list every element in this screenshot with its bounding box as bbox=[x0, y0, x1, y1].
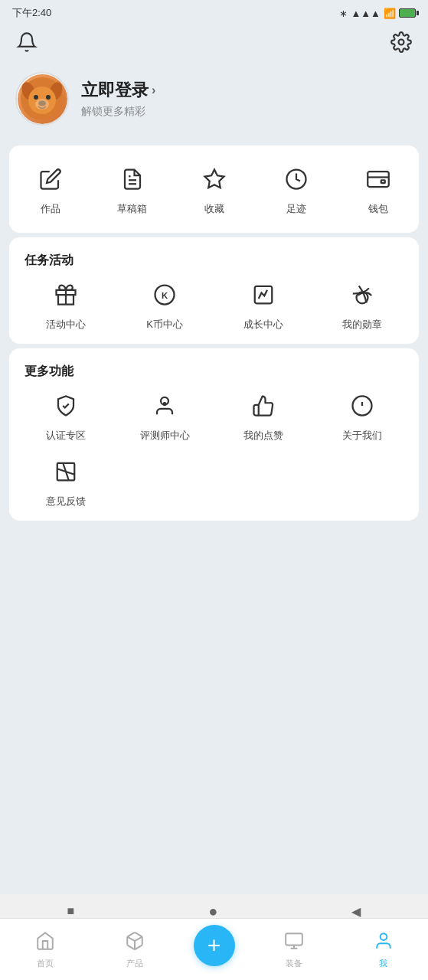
about-us-label: 关于我们 bbox=[342, 429, 382, 443]
avatar-image bbox=[18, 74, 67, 124]
signal-icon: ▲▲▲ bbox=[351, 8, 381, 19]
tasks-title: 任务活动 bbox=[9, 250, 419, 278]
collect-label: 收藏 bbox=[204, 202, 224, 216]
verify-zone-item[interactable]: 认证专区 bbox=[17, 389, 116, 443]
footprint-item[interactable]: 足迹 bbox=[266, 162, 327, 216]
plus-icon: + bbox=[207, 934, 221, 957]
svg-rect-28 bbox=[286, 933, 302, 945]
growth-center-icon bbox=[247, 278, 280, 312]
collect-item[interactable]: 收藏 bbox=[184, 162, 245, 216]
draft-label: 草稿箱 bbox=[117, 202, 147, 216]
more-functions-grid: 认证专区 评测师中心 bbox=[9, 389, 419, 443]
main-content: 立即登录 › 解锁更多精彩 作品 bbox=[0, 64, 428, 625]
reviewer-center-icon bbox=[148, 389, 181, 423]
verify-zone-label: 认证专区 bbox=[46, 429, 86, 443]
bluetooth-icon: ∗ bbox=[339, 8, 348, 19]
status-right: ∗ ▲▲▲ 📶 bbox=[339, 8, 416, 19]
reviewer-center-label: 评测师中心 bbox=[140, 429, 190, 443]
avatar[interactable] bbox=[15, 72, 69, 126]
medal-icon bbox=[345, 278, 379, 312]
medal-label: 我的勋章 bbox=[342, 318, 382, 332]
draft-item[interactable]: 草稿箱 bbox=[102, 162, 163, 216]
feedback-item[interactable]: 意见反馈 bbox=[17, 455, 116, 508]
svg-point-20 bbox=[163, 402, 167, 406]
sys-square-button[interactable]: ■ bbox=[67, 904, 75, 918]
kcoin-center-icon: K bbox=[148, 278, 181, 312]
works-label: 作品 bbox=[41, 202, 60, 216]
settings-gear-icon[interactable] bbox=[387, 28, 416, 57]
more-functions-title: 更多功能 bbox=[9, 361, 419, 389]
product-nav-label: 产品 bbox=[126, 958, 143, 969]
collect-icon bbox=[198, 162, 231, 196]
quick-icons-row: 作品 草稿箱 bbox=[9, 158, 419, 220]
kcoin-center-label: K币中心 bbox=[146, 318, 183, 332]
status-time: 下午2:40 bbox=[12, 6, 51, 20]
about-us-item[interactable]: 关于我们 bbox=[312, 389, 411, 443]
activity-center-item[interactable]: 活动中心 bbox=[17, 278, 116, 332]
footprint-icon bbox=[279, 162, 313, 196]
wallet-item[interactable]: 钱包 bbox=[348, 162, 409, 216]
medal-item[interactable]: 我的勋章 bbox=[312, 278, 411, 332]
home-icon bbox=[35, 931, 55, 956]
draft-icon bbox=[116, 162, 149, 196]
sys-back-button[interactable]: ◀ bbox=[351, 904, 361, 919]
status-bar: 下午2:40 ∗ ▲▲▲ 📶 bbox=[0, 0, 428, 23]
me-nav-label: 我 bbox=[379, 958, 387, 969]
svg-point-6 bbox=[46, 95, 51, 100]
login-button[interactable]: 立即登录 › bbox=[81, 79, 155, 102]
nav-add-button[interactable]: + bbox=[194, 925, 235, 966]
my-likes-label: 我的点赞 bbox=[243, 429, 283, 443]
svg-point-0 bbox=[399, 40, 404, 45]
activity-center-label: 活动中心 bbox=[46, 318, 86, 332]
kcoin-center-item[interactable]: K K币中心 bbox=[116, 278, 214, 332]
wifi-icon: 📶 bbox=[384, 8, 396, 19]
more-functions-grid-row2: 意见反馈 bbox=[9, 455, 419, 508]
svg-rect-13 bbox=[368, 172, 389, 187]
nav-equipment[interactable]: 装备 bbox=[263, 931, 325, 969]
wallet-label: 钱包 bbox=[368, 202, 388, 216]
feedback-label: 意见反馈 bbox=[46, 495, 86, 508]
tasks-icons-grid: 活动中心 K K币中心 成长中心 bbox=[9, 278, 419, 332]
nav-product[interactable]: 产品 bbox=[104, 931, 165, 969]
activity-center-icon bbox=[49, 278, 83, 312]
equipment-nav-label: 装备 bbox=[286, 958, 302, 969]
svg-point-5 bbox=[34, 95, 38, 100]
profile-info[interactable]: 立即登录 › 解锁更多精彩 bbox=[81, 79, 155, 119]
svg-rect-14 bbox=[381, 180, 384, 183]
growth-center-label: 成长中心 bbox=[243, 318, 283, 332]
about-us-icon bbox=[345, 389, 379, 423]
notification-bell-icon[interactable] bbox=[12, 28, 41, 57]
equipment-icon bbox=[284, 931, 304, 956]
home-nav-label: 首页 bbox=[37, 958, 54, 969]
svg-point-8 bbox=[35, 99, 49, 109]
profile-section: 立即登录 › 解锁更多精彩 bbox=[0, 64, 428, 141]
nav-me[interactable]: 我 bbox=[353, 931, 414, 969]
profile-subtitle: 解锁更多精彩 bbox=[81, 105, 155, 119]
top-bar bbox=[0, 23, 428, 64]
wallet-icon bbox=[361, 162, 395, 196]
product-icon bbox=[125, 931, 145, 956]
verify-zone-icon bbox=[49, 389, 83, 423]
my-likes-item[interactable]: 我的点赞 bbox=[214, 389, 313, 443]
user-icon bbox=[374, 931, 394, 956]
works-icon bbox=[34, 162, 67, 196]
my-likes-icon bbox=[247, 389, 280, 423]
svg-marker-11 bbox=[204, 170, 224, 188]
works-item[interactable]: 作品 bbox=[20, 162, 81, 216]
nav-home[interactable]: 首页 bbox=[15, 931, 76, 969]
feedback-icon bbox=[49, 455, 83, 488]
login-arrow: › bbox=[152, 83, 155, 97]
reviewer-center-item[interactable]: 评测师中心 bbox=[116, 389, 214, 443]
bottom-nav: 首页 产品 + 装备 我 bbox=[0, 918, 428, 980]
battery-icon bbox=[399, 8, 416, 18]
footprint-label: 足迹 bbox=[286, 202, 306, 216]
quick-icons-card: 作品 草稿箱 bbox=[9, 145, 419, 233]
tasks-card: 任务活动 活动中心 K bbox=[9, 237, 419, 344]
svg-point-31 bbox=[380, 933, 387, 940]
growth-center-item[interactable]: 成长中心 bbox=[214, 278, 313, 332]
more-functions-card: 更多功能 认证专区 评 bbox=[9, 348, 419, 521]
svg-text:K: K bbox=[162, 291, 168, 300]
